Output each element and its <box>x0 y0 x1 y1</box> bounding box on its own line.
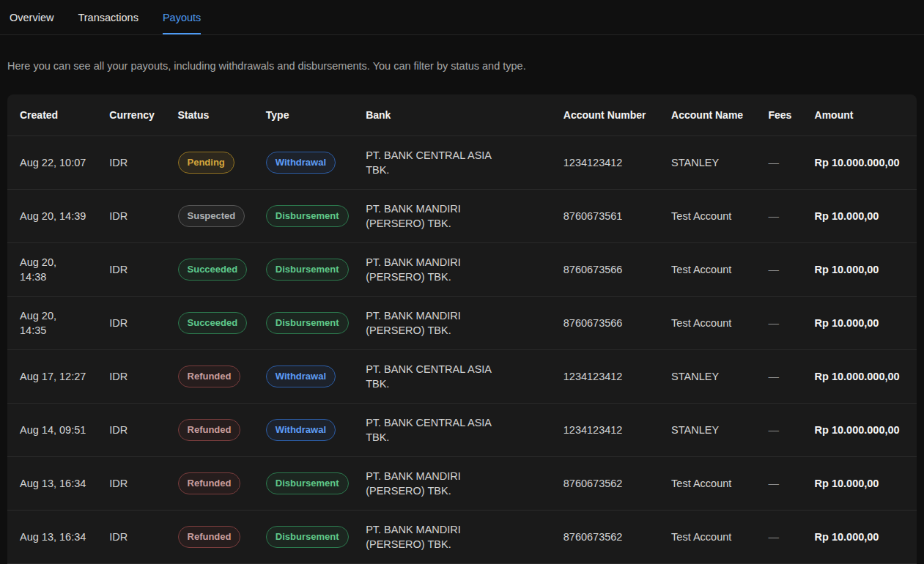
cell-currency: IDR <box>97 189 166 242</box>
cell-type: Withdrawal <box>254 403 354 456</box>
cell-amount: Rp 10.000,00 <box>803 456 917 510</box>
type-badge: Disbursement <box>266 472 349 494</box>
cell-bank: PT. BANK CENTRAL ASIA TBK. <box>354 349 552 403</box>
cell-fees: — <box>756 403 802 456</box>
column-header-bank: Bank <box>354 94 552 136</box>
status-badge: Succeeded <box>178 312 248 334</box>
cell-type: Disbursement <box>254 296 354 349</box>
cell-bank: PT. BANK MANDIRI (PERSERO) TBK. <box>354 189 552 242</box>
table-row[interactable]: Aug 13, 16:34IDRRefundedDisbursementPT. … <box>7 510 917 563</box>
column-header-amount: Amount <box>803 94 917 136</box>
cell-type: Withdrawal <box>254 349 354 403</box>
cell-created: Aug 20, 14:35 <box>7 296 97 349</box>
type-badge: Disbursement <box>266 312 349 334</box>
cell-account_name: Test Account <box>659 242 756 296</box>
cell-fees: — <box>756 189 802 242</box>
table-row[interactable]: Aug 20, 14:39IDRSuspectedDisbursementPT.… <box>7 189 917 242</box>
status-badge: Refunded <box>178 526 241 548</box>
cell-account_name: Test Account <box>659 189 756 242</box>
cell-currency: IDR <box>97 510 166 563</box>
type-badge: Withdrawal <box>266 419 336 441</box>
status-badge: Refunded <box>178 472 241 494</box>
tab-transactions[interactable]: Transactions <box>78 0 138 34</box>
cell-fees: — <box>756 510 802 563</box>
column-header-fees: Fees <box>756 94 802 136</box>
cell-bank: PT. BANK MANDIRI (PERSERO) TBK. <box>354 296 552 349</box>
column-header-account_number: Account Number <box>552 94 659 136</box>
tab-overview[interactable]: Overview <box>10 0 53 34</box>
page-description: Here you can see all your payouts, inclu… <box>7 59 917 73</box>
cell-amount: Rp 10.000.000,00 <box>803 136 917 189</box>
table-row[interactable]: Aug 17, 12:27IDRRefundedWithdrawalPT. BA… <box>7 349 917 403</box>
cell-fees: — <box>756 349 802 403</box>
cell-amount: Rp 10.000,00 <box>803 510 917 563</box>
status-badge: Refunded <box>178 366 241 387</box>
payouts-page: Here you can see all your payouts, inclu… <box>0 59 924 564</box>
cell-status: Refunded <box>166 510 254 563</box>
cell-account_number: 8760673566 <box>552 296 659 349</box>
column-header-created: Created <box>7 94 97 136</box>
cell-bank: PT. BANK MANDIRI (PERSERO) TBK. <box>354 456 552 510</box>
cell-account_number: 1234123412 <box>552 403 659 456</box>
cell-amount: Rp 10.000.000,00 <box>803 349 917 403</box>
cell-account_name: STANLEY <box>659 403 756 456</box>
cell-created: Aug 20, 14:38 <box>7 242 97 296</box>
cell-created: Aug 22, 10:07 <box>7 136 97 189</box>
cell-account_number: 8760673562 <box>552 456 659 510</box>
cell-created: Aug 17, 12:27 <box>7 349 97 403</box>
table-body: Aug 22, 10:07IDRPendingWithdrawalPT. BAN… <box>7 136 917 564</box>
column-header-currency: Currency <box>97 94 166 136</box>
table-row[interactable]: Aug 20, 14:35IDRSucceededDisbursementPT.… <box>7 296 917 349</box>
column-header-type: Type <box>254 94 354 136</box>
type-badge: Disbursement <box>266 526 349 548</box>
tab-payouts[interactable]: Payouts <box>163 0 201 34</box>
type-badge: Withdrawal <box>266 366 336 387</box>
cell-bank: PT. BANK CENTRAL ASIA TBK. <box>354 136 552 189</box>
cell-type: Withdrawal <box>254 136 354 189</box>
table-row[interactable]: Aug 14, 09:51IDRRefundedWithdrawalPT. BA… <box>7 403 917 456</box>
cell-amount: Rp 10.000,00 <box>803 189 917 242</box>
cell-status: Succeeded <box>166 296 254 349</box>
cell-account_name: Test Account <box>659 456 756 510</box>
tab-bar: OverviewTransactionsPayouts <box>0 0 924 35</box>
cell-type: Disbursement <box>254 242 354 296</box>
cell-type: Disbursement <box>254 510 354 563</box>
cell-account_name: Test Account <box>659 510 756 563</box>
cell-created: Aug 14, 09:51 <box>7 403 97 456</box>
cell-amount: Rp 10.000,00 <box>803 296 917 349</box>
payouts-table-card: CreatedCurrencyStatusTypeBankAccount Num… <box>7 94 917 564</box>
cell-status: Refunded <box>166 403 254 456</box>
status-badge: Suspected <box>178 205 245 227</box>
cell-status: Succeeded <box>166 242 254 296</box>
cell-bank: PT. BANK MANDIRI (PERSERO) TBK. <box>354 242 552 296</box>
status-badge: Succeeded <box>178 259 248 281</box>
cell-account_number: 1234123412 <box>552 349 659 403</box>
cell-amount: Rp 10.000,00 <box>803 242 917 296</box>
cell-created: Aug 20, 14:39 <box>7 189 97 242</box>
cell-account_name: Test Account <box>659 296 756 349</box>
cell-fees: — <box>756 296 802 349</box>
cell-currency: IDR <box>97 296 166 349</box>
cell-account_number: 8760673561 <box>552 189 659 242</box>
type-badge: Withdrawal <box>266 152 336 174</box>
cell-account_number: 8760673562 <box>552 510 659 563</box>
cell-amount: Rp 10.000.000,00 <box>803 403 917 456</box>
cell-bank: PT. BANK MANDIRI (PERSERO) TBK. <box>354 510 552 563</box>
cell-status: Suspected <box>166 189 254 242</box>
table-header-row: CreatedCurrencyStatusTypeBankAccount Num… <box>7 94 917 136</box>
cell-currency: IDR <box>97 136 166 189</box>
cell-currency: IDR <box>97 403 166 456</box>
cell-status: Refunded <box>166 349 254 403</box>
cell-type: Disbursement <box>254 189 354 242</box>
cell-bank: PT. BANK CENTRAL ASIA TBK. <box>354 403 552 456</box>
cell-account_number: 1234123412 <box>552 136 659 189</box>
table-row[interactable]: Aug 20, 14:38IDRSucceededDisbursementPT.… <box>7 242 917 296</box>
column-header-status: Status <box>166 94 254 136</box>
cell-fees: — <box>756 456 802 510</box>
column-header-account_name: Account Name <box>659 94 756 136</box>
cell-currency: IDR <box>97 349 166 403</box>
table-row[interactable]: Aug 13, 16:34IDRRefundedDisbursementPT. … <box>7 456 917 510</box>
type-badge: Disbursement <box>266 205 349 227</box>
table-row[interactable]: Aug 22, 10:07IDRPendingWithdrawalPT. BAN… <box>7 136 917 189</box>
cell-fees: — <box>756 242 802 296</box>
